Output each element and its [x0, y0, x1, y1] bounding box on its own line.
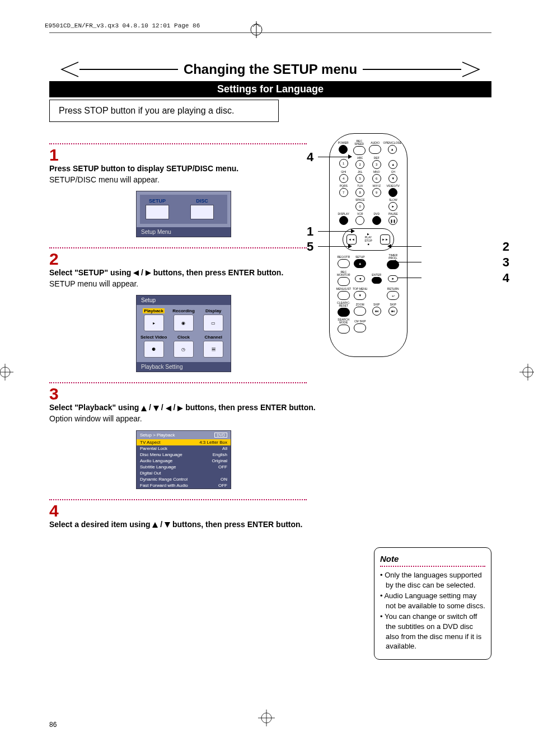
- remote-label: ZOOM: [356, 303, 364, 306]
- registration-mark-right: [519, 364, 534, 382]
- menu-list-button: [338, 291, 350, 300]
- remote-label: REC/OTR: [338, 256, 350, 259]
- osd2-cell-playback: Playback: [143, 308, 165, 313]
- callout-left-4: 4: [307, 150, 313, 165]
- step3-sep1: /: [147, 403, 153, 412]
- osd2-header: Setup: [137, 295, 231, 305]
- note-text: Audio Language setting may not be availa…: [384, 591, 485, 610]
- callout-left-5: 5: [307, 240, 313, 254]
- step-number-3: 3: [49, 386, 318, 402]
- remote-control-diagram: POWER REC SPEED AUDIO OPEN/CLOSE▲ 1 ABC2…: [329, 133, 407, 357]
- step3-sep2: /: [159, 403, 166, 412]
- search-mode-button: [338, 325, 350, 334]
- step3-body: Option window will appear.: [49, 414, 142, 423]
- osd2-cell-clock: Clock: [177, 335, 190, 340]
- rewind-button: ◄◄: [346, 234, 357, 245]
- video-tv-button: [388, 188, 397, 197]
- osd3-val: English: [213, 452, 227, 457]
- osd3-row: Dynamic Range Control: [140, 477, 188, 482]
- display-button: [339, 216, 348, 225]
- remote-label: PQRS: [340, 185, 348, 187]
- page-title-bar: Changing the SETUP menu: [49, 60, 491, 79]
- top-menu-button: ▼: [354, 291, 366, 300]
- step2-post: buttons, then press ENTER button.: [151, 268, 283, 277]
- svg-marker-19: [165, 522, 170, 528]
- remote-label: PAUSE: [388, 213, 398, 215]
- step2-pre: Select "SETUP" using: [49, 268, 133, 277]
- osd-playback-list: Setup > PlaybackDVD TV Aspect4:3 Letter …: [136, 430, 231, 489]
- osd3-row: Disc Menu Language: [140, 452, 182, 457]
- remote-label: JKL: [358, 171, 363, 173]
- ch-up-button: ▲: [388, 160, 397, 169]
- stop-instruction-box: Press STOP button if you are playing a d…: [49, 100, 279, 122]
- right-button: ►: [388, 275, 398, 282]
- osd3-val: ON: [221, 477, 227, 482]
- ch-down-button: ▼: [388, 174, 397, 183]
- left-button: ◄: [355, 275, 365, 282]
- osd3-row: Fast Forward with Audio: [140, 483, 188, 488]
- remote-label: ABC: [357, 157, 363, 159]
- remote-label: MNO: [373, 171, 380, 173]
- page-number: 86: [49, 721, 57, 729]
- step1-bold: Press SETUP button to display SETUP/DISC…: [49, 164, 238, 173]
- digit-2-button: 2: [355, 160, 364, 169]
- down-arrow-icon: [165, 522, 170, 528]
- remote-label: SPACE: [355, 199, 365, 201]
- rec-otr-button: [338, 259, 350, 268]
- svg-marker-16: [166, 406, 171, 411]
- left-arrow-icon: [166, 406, 171, 411]
- remote-label: DISPLAY: [338, 213, 349, 215]
- osd2-cell-display: Display: [205, 308, 221, 313]
- remote-label: VCR: [357, 213, 363, 215]
- note-text: Only the languages supported by the disc…: [385, 571, 481, 589]
- remote-label: SKIP: [390, 303, 396, 306]
- svg-marker-15: [153, 406, 159, 411]
- audio-button: [369, 145, 381, 154]
- step-number-1: 1: [49, 147, 318, 163]
- digit-9-button: 9: [372, 188, 381, 197]
- step2-mid: /: [139, 268, 146, 277]
- remote-label: REC MONITOR: [335, 271, 352, 276]
- right-arrow-icon: [177, 406, 183, 411]
- osd2-cell-selectvideo: Select Video: [140, 335, 167, 340]
- digit-1-button: 1: [339, 159, 348, 168]
- remote-label: REC SPEED: [352, 140, 368, 145]
- remote-label: SETUP: [355, 256, 365, 259]
- print-header: E9501CD_EN/FR_v3.qx3 04.8.10 12:01 Page …: [45, 22, 200, 29]
- digit-6-button: 6: [372, 174, 381, 183]
- steps-column: 1 Press SETUP button to display SETUP/DI…: [49, 133, 318, 530]
- remote-label: TIMER PROG.: [385, 254, 402, 260]
- vcr-button: [355, 216, 364, 225]
- step2-body: SETUP menu will appear.: [49, 279, 138, 288]
- osd-setup-disc: SETUP DISC Setup Menu: [136, 191, 231, 237]
- svg-marker-13: [146, 270, 151, 276]
- ffwd-button: ►►: [380, 234, 390, 245]
- cm-skip-button: [354, 323, 366, 332]
- note-text: You can change or switch off the subtitl…: [385, 612, 481, 650]
- osd2-footer: Playback Setting: [137, 362, 231, 372]
- note-box: Note • Only the languages supported by t…: [374, 547, 491, 660]
- note-item: • Audio Language setting may not be avai…: [380, 591, 485, 611]
- step3-sep3: /: [171, 403, 178, 412]
- note-item: • Only the languages supported by the di…: [380, 570, 485, 590]
- chevron-right-icon: [461, 60, 491, 79]
- skip-back-button: ⏮: [372, 307, 381, 316]
- dvd-button: [372, 216, 381, 225]
- step1-body: SETUP/DISC menu will appear.: [49, 175, 160, 184]
- remote-label: GHI: [341, 171, 346, 173]
- osd3-row: Digital Out: [140, 471, 161, 476]
- remote-label: CH: [391, 171, 395, 173]
- step3-post: buttons, then press ENTER button.: [183, 403, 315, 412]
- osd3-val: 4:3 Letter Box: [199, 440, 227, 445]
- osd-setup-tile: SETUP: [143, 198, 171, 204]
- digit-0-button: 0: [355, 202, 364, 211]
- remote-label: POWER: [338, 142, 349, 144]
- osd3-header: Setup > Playback: [140, 433, 175, 438]
- osd3-row: Subtitle Language: [140, 464, 176, 469]
- osd1-footer: Setup Menu: [137, 227, 231, 237]
- remote-label: CLEAR/C-RESET: [335, 302, 352, 307]
- play-stop-pad: ◄◄ ▶ PLAY STOP ■ ►►: [343, 228, 394, 251]
- callout-left-1: 1: [307, 224, 313, 239]
- osd3-row: Audio Language: [140, 458, 172, 463]
- pause-button: ❚❚: [388, 216, 397, 225]
